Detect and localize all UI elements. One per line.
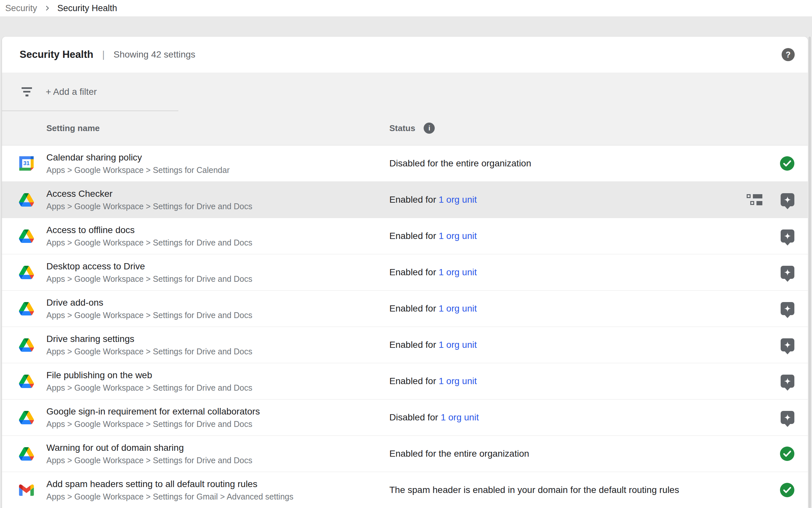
add-filter-button[interactable]: + Add a filter — [46, 87, 97, 97]
breadcrumb: Security Security Health — [0, 0, 812, 16]
success-check-icon — [780, 156, 794, 171]
status-text: Enabled for — [389, 303, 439, 313]
google-drive-icon — [19, 192, 34, 207]
status-cell: Enabled for 1 org unit — [389, 303, 729, 314]
table-row[interactable]: File publishing on the web Apps > Google… — [2, 363, 808, 399]
status-cell: Enabled for 1 org unit — [389, 231, 729, 241]
recommendation-badge-icon[interactable] — [781, 266, 794, 279]
status-text: Disabled for — [389, 412, 441, 422]
filter-underline — [2, 111, 178, 111]
status-text: Enabled for — [389, 231, 439, 241]
google-drive-icon — [19, 228, 34, 244]
gmail-icon — [19, 482, 34, 498]
column-status: Status — [389, 123, 415, 133]
setting-path: Apps > Google Workspace > Settings for D… — [46, 310, 252, 320]
setting-name[interactable]: Drive sharing settings — [46, 333, 252, 345]
table-row[interactable]: Access to offline docs Apps > Google Wor… — [2, 218, 808, 254]
help-circle-icon[interactable]: ? — [782, 48, 795, 61]
org-unit-link[interactable]: 1 org unit — [439, 231, 477, 241]
status-cell: Enabled for 1 org unit — [389, 267, 729, 278]
setting-name[interactable]: Desktop access to Drive — [46, 261, 252, 272]
setting-name[interactable]: Drive add-ons — [46, 297, 252, 308]
security-health-card: Security Health | Showing 42 settings ? … — [2, 37, 808, 508]
filter-list-icon[interactable] — [21, 87, 32, 96]
setting-path: Apps > Google Workspace > Settings for D… — [46, 274, 252, 284]
table-row[interactable]: 31 Calendar sharing policy Apps > Google… — [2, 145, 808, 182]
setting-name[interactable]: Calendar sharing policy — [46, 152, 230, 163]
card-header: Security Health | Showing 42 settings ? — [2, 37, 808, 73]
status-text: Enabled for — [389, 340, 439, 350]
setting-path: Apps > Google Workspace > Settings for D… — [46, 419, 260, 429]
page-title: Security Health — [19, 49, 93, 60]
status-cell: The spam header is enabled in your domai… — [389, 485, 729, 495]
google-drive-icon — [19, 410, 34, 425]
org-unit-link[interactable]: 1 org unit — [439, 267, 477, 277]
google-drive-icon — [19, 301, 34, 316]
recommendation-badge-icon[interactable] — [781, 302, 794, 315]
org-unit-link[interactable]: 1 org unit — [439, 340, 477, 350]
recommendation-badge-icon[interactable] — [781, 375, 794, 388]
table-row[interactable]: Drive add-ons Apps > Google Workspace > … — [2, 291, 808, 327]
setting-path: Apps > Google Workspace > Settings for G… — [46, 492, 293, 502]
google-calendar-icon: 31 — [19, 156, 34, 171]
status-cell: Enabled for 1 org unit — [389, 376, 729, 386]
recommendation-badge-icon[interactable] — [781, 229, 794, 243]
setting-name[interactable]: File publishing on the web — [46, 370, 252, 381]
recommendation-badge-icon[interactable] — [781, 193, 794, 206]
org-unit-link[interactable]: 1 org unit — [439, 303, 477, 313]
setting-path: Apps > Google Workspace > Settings for D… — [46, 347, 252, 356]
setting-name[interactable]: Add spam headers setting to all default … — [46, 478, 293, 490]
scrollbar-thumb[interactable] — [808, 37, 811, 508]
org-unit-link[interactable]: 1 org unit — [441, 412, 479, 422]
filter-bar: + Add a filter — [2, 73, 808, 111]
settings-count: Showing 42 settings — [114, 49, 196, 60]
info-icon[interactable]: i — [424, 123, 435, 134]
setting-name[interactable]: Access Checker — [46, 188, 252, 200]
setting-name[interactable]: Google sign-in requirement for external … — [46, 406, 260, 417]
google-drive-icon — [19, 446, 34, 461]
column-setting-name: Setting name — [2, 123, 389, 133]
setting-name[interactable]: Access to offline docs — [46, 224, 252, 236]
setting-path: Apps > Google Workspace > Settings for D… — [46, 456, 252, 465]
org-unit-link[interactable]: 1 org unit — [439, 376, 477, 386]
status-text: Enabled for — [389, 376, 439, 386]
table-row[interactable]: Drive sharing settings Apps > Google Wor… — [2, 327, 808, 363]
status-text: Enabled for — [389, 195, 439, 205]
table-row[interactable]: Add spam headers setting to all default … — [2, 472, 808, 508]
status-cell: Disabled for 1 org unit — [389, 412, 729, 423]
status-cell: Enabled for 1 org unit — [389, 195, 729, 205]
breadcrumb-current: Security Health — [57, 3, 117, 13]
status-cell: Disabled for the entire organization — [389, 158, 729, 169]
setting-path: Apps > Google Workspace > Settings for C… — [46, 165, 230, 175]
status-text: The spam header is enabled in your domai… — [389, 485, 679, 495]
org-units-icon — [747, 193, 763, 206]
success-check-icon — [780, 483, 794, 497]
chevron-right-icon — [44, 5, 51, 12]
title-separator: | — [102, 49, 105, 60]
success-check-icon — [780, 447, 794, 461]
status-text: Disabled for the entire organization — [389, 158, 531, 168]
setting-path: Apps > Google Workspace > Settings for D… — [46, 202, 252, 211]
status-cell: Enabled for the entire organization — [389, 449, 729, 459]
table-row[interactable]: Desktop access to Drive Apps > Google Wo… — [2, 254, 808, 291]
recommendation-badge-icon[interactable] — [781, 411, 794, 424]
setting-name[interactable]: Warning for out of domain sharing — [46, 442, 252, 454]
setting-path: Apps > Google Workspace > Settings for D… — [46, 383, 252, 393]
status-text: Enabled for the entire organization — [389, 449, 529, 459]
table-header: Setting name Status i — [2, 111, 808, 145]
breadcrumb-parent[interactable]: Security — [5, 3, 37, 13]
table-row[interactable]: Google sign-in requirement for external … — [2, 399, 808, 436]
google-drive-icon — [19, 374, 34, 389]
status-text: Enabled for — [389, 267, 439, 277]
table-row[interactable]: Access Checker Apps > Google Workspace >… — [2, 182, 808, 218]
table-row[interactable]: Warning for out of domain sharing Apps >… — [2, 436, 808, 472]
google-drive-icon — [19, 337, 34, 352]
recommendation-badge-icon[interactable] — [781, 338, 794, 351]
status-cell: Enabled for 1 org unit — [389, 340, 729, 350]
setting-path: Apps > Google Workspace > Settings for D… — [46, 238, 252, 248]
org-unit-link[interactable]: 1 org unit — [439, 195, 477, 205]
google-drive-icon — [19, 265, 34, 280]
